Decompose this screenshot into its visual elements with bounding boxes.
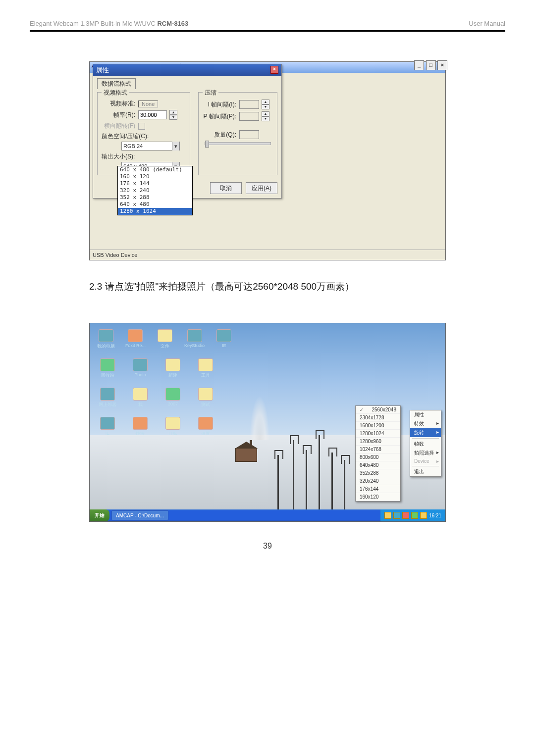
maximize-icon[interactable]: □ (426, 60, 436, 70)
pframe-spinner: ▲▼ (262, 111, 269, 121)
resolution-option[interactable]: 176x144 (356, 485, 400, 493)
compression-group: 压缩 (203, 89, 218, 97)
pframe-input (239, 112, 259, 121)
output-size-dropdown[interactable]: 640 x 480 (default)160 x 120176 x 144320… (117, 166, 193, 215)
flip-checkbox (138, 123, 145, 130)
page-number: 39 (89, 542, 446, 551)
tray-icon[interactable] (393, 512, 400, 519)
standard-value: None (138, 101, 158, 107)
ctx-prop[interactable]: 属性 (410, 410, 441, 419)
model-number: RCM-8163 (157, 20, 188, 27)
ctx-device: Device (410, 457, 441, 465)
resolution-option[interactable]: 1280x1024 (356, 430, 400, 438)
resolution-option[interactable]: 160x120 (356, 493, 400, 501)
tab-stream-format[interactable]: 数据流格式 (97, 78, 136, 89)
dialog-titlebar: 属性 × (93, 64, 281, 76)
chevron-down-icon: ▾ (172, 142, 179, 151)
framerate-input[interactable] (138, 110, 167, 119)
iframe-spinner: ▲▼ (262, 100, 269, 109)
flip-label: 横向翻转(F) (102, 122, 135, 130)
pframe-label: P 帧间隔(P): (203, 112, 236, 121)
iframe-input (239, 100, 259, 109)
iframe-label: I 帧间隔(I): (203, 101, 236, 109)
ctx-photo[interactable]: 帧数 (410, 440, 441, 449)
resolution-option[interactable]: 320x240 (356, 477, 400, 485)
quality-input (239, 130, 259, 139)
resolution-option[interactable]: 352x288 (356, 469, 400, 477)
resolution-option[interactable]: 1024x768 (356, 446, 400, 454)
quality-slider (205, 142, 271, 145)
resolution-option[interactable]: 2560x2048 (356, 406, 400, 414)
properties-dialog: 属性 × 数据流格式 视频格式 视频标准: None 帧率(R): (93, 64, 282, 199)
size-option[interactable]: 640 x 480 (118, 201, 192, 208)
resolution-option[interactable]: 640x480 (356, 461, 400, 469)
ctx-exit[interactable]: 退出 (410, 467, 441, 476)
ctx-fx[interactable]: 特效 (410, 419, 441, 428)
dialog-close-icon[interactable]: × (270, 66, 278, 74)
taskbar: 开始 AMCAP - C:\Docum... 16:21 (90, 509, 445, 521)
video-format-group: 视频格式 (102, 89, 129, 97)
colorspace-label: 颜色空间/压缩(C): (102, 132, 186, 141)
clock: 16:21 (429, 513, 441, 518)
framerate-spinner[interactable]: ▲▼ (169, 110, 177, 120)
tray-icon[interactable] (402, 512, 409, 519)
resolution-menu[interactable]: 2560x20482304x17281600x12001280x10241280… (355, 405, 401, 502)
step-caption: 2.3 请点选"拍照"来拍摄照片（最高可达2560*2048 500万画素） (89, 280, 446, 293)
close-icon[interactable]: × (437, 60, 447, 70)
ctx-snap[interactable]: 拍照选择 (410, 449, 441, 457)
size-option[interactable]: 176 x 144 (118, 180, 192, 187)
ctx-rot[interactable]: 旋转 (410, 428, 441, 437)
size-option[interactable]: 640 x 480 (default) (118, 166, 192, 173)
size-option[interactable]: 352 x 288 (118, 194, 192, 201)
standard-label: 视频标准: (102, 100, 135, 108)
cancel-button[interactable]: 取消 (210, 182, 242, 194)
colorspace-select[interactable]: RGB 24 ▾ (121, 142, 180, 151)
system-tray: 16:21 (380, 509, 445, 521)
window-controls: _ □ × (415, 60, 447, 70)
size-option[interactable]: 160 x 120 (118, 173, 192, 180)
size-option[interactable]: 1280 x 1024 (118, 208, 192, 215)
output-size-label: 输出大小(S): (102, 152, 186, 161)
framerate-label: 帧率(R): (102, 111, 135, 119)
tray-icon[interactable] (420, 512, 427, 519)
taskbar-item[interactable]: AMCAP - C:\Docum... (111, 510, 168, 520)
apply-button[interactable]: 应用(A) (246, 182, 277, 194)
minimize-icon[interactable]: _ (414, 60, 424, 70)
resolution-option[interactable]: 800x600 (356, 454, 400, 461)
doc-header: Elegant Webcam 1.3MP Built-in Mic W/UVC … (30, 20, 505, 32)
camera-context-menu[interactable]: 属性 特效 旋转 帧数 拍照选择 Device 退出 (410, 410, 441, 477)
doc-type: User Manual (469, 20, 505, 27)
tray-icon[interactable] (411, 512, 418, 519)
screenshot-properties-dialog: AMCAP C:\Documents and Settings\...\桌面\3… (89, 61, 446, 260)
tray-icon[interactable] (384, 512, 391, 519)
slider-thumb (205, 141, 209, 148)
resolution-option[interactable]: 1600x1200 (356, 422, 400, 430)
product-name: Elegant Webcam 1.3MP Built-in Mic W/UVC (30, 20, 156, 27)
screenshot-desktop: 我的电脑Foxit Re...文件KeyStudioIE 回收站Photo新建工… (89, 323, 446, 522)
resolution-option[interactable]: 1280x960 (356, 438, 400, 446)
resolution-option[interactable]: 2304x1728 (356, 414, 400, 422)
dialog-title: 属性 (96, 66, 109, 75)
status-bar: USB Video Device (90, 250, 445, 260)
start-button[interactable]: 开始 (90, 509, 109, 521)
size-option[interactable]: 320 x 240 (118, 187, 192, 194)
quality-label: 质量(Q): (203, 131, 236, 139)
